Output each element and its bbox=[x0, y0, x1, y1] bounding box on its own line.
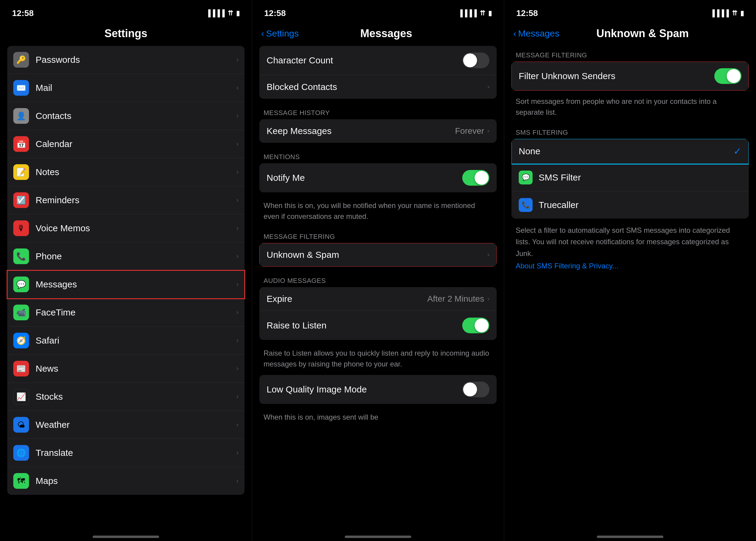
label-messages: Messages bbox=[36, 279, 237, 289]
expire-row[interactable]: Expire After 2 Minutes › bbox=[259, 287, 497, 311]
sms-option-truecaller[interactable]: 📞 Truecaller bbox=[511, 192, 749, 219]
msg-group-top: Character Count Blocked Contacts › bbox=[259, 46, 497, 99]
label-contacts: Contacts bbox=[36, 111, 237, 121]
time-3: 12:58 bbox=[516, 8, 538, 18]
label-facetime: FaceTime bbox=[36, 307, 237, 317]
settings-item-contacts[interactable]: 👤 Contacts › bbox=[7, 102, 245, 130]
settings-item-news[interactable]: 📰 News › bbox=[7, 355, 245, 383]
settings-item-passwords[interactable]: 🔑 Passwords › bbox=[7, 46, 245, 74]
sms-filtering-desc: Select a filter to automatically sort SM… bbox=[511, 221, 749, 262]
settings-title: Settings bbox=[0, 24, 252, 46]
chevron-mail: › bbox=[237, 84, 239, 92]
filter-unknown-desc: Sort messages from people who are not in… bbox=[511, 93, 749, 123]
settings-item-facetime[interactable]: 📹 FaceTime › bbox=[7, 298, 245, 327]
icon-news: 📰 bbox=[13, 361, 29, 376]
settings-list: 🔑 Passwords › ✉️ Mail › 👤 Contacts › 📅 C… bbox=[0, 46, 252, 529]
sms-option-group: None ✓ 💬 SMS Filter 📞 Truecaller bbox=[511, 139, 749, 219]
settings-item-messages[interactable]: 💬 Messages › bbox=[7, 270, 245, 298]
msg-group-mentions: Notify Me bbox=[259, 163, 497, 192]
notify-me-row[interactable]: Notify Me bbox=[259, 163, 497, 192]
keep-messages-value: Forever bbox=[455, 126, 484, 136]
settings-item-calendar[interactable]: 📅 Calendar › bbox=[7, 130, 245, 158]
chevron-stocks: › bbox=[237, 393, 239, 401]
chevron-reminders: › bbox=[237, 196, 239, 204]
home-bar-3 bbox=[597, 536, 663, 538]
expire-label: Expire bbox=[267, 294, 427, 304]
settings-item-mail[interactable]: ✉️ Mail › bbox=[7, 74, 245, 102]
unknown-spam-header: ‹ Messages Unknown & Spam bbox=[504, 24, 756, 46]
battery-icon: ▮ bbox=[236, 9, 240, 17]
signal-icon-3: ▐▐▐▐ bbox=[710, 9, 729, 17]
unknown-spam-title: Unknown & Spam bbox=[596, 27, 689, 40]
messages-title: Messages bbox=[302, 27, 471, 40]
label-phone: Phone bbox=[36, 251, 237, 262]
signal-icon: ▐▐▐▐ bbox=[206, 9, 225, 17]
settings-panel: 12:58 ▐▐▐▐ ⇈ ▮ Settings 🔑 Passwords › ✉️… bbox=[0, 0, 252, 541]
filter-unknown-toggle[interactable] bbox=[714, 68, 742, 84]
sms-filter-label: SMS Filter bbox=[539, 172, 742, 183]
home-indicator-1 bbox=[0, 529, 252, 541]
mentions-description: When this is on, you will be notified wh… bbox=[259, 197, 497, 227]
wifi-icon: ⇈ bbox=[228, 9, 233, 17]
keep-messages-row[interactable]: Keep Messages Forever › bbox=[259, 119, 497, 143]
filter-unknown-row[interactable]: Filter Unknown Senders bbox=[511, 62, 749, 91]
settings-item-stocks[interactable]: 📈 Stocks › bbox=[7, 383, 245, 411]
icon-maps: 🗺 bbox=[13, 473, 29, 489]
settings-item-maps[interactable]: 🗺 Maps › bbox=[7, 467, 245, 495]
time-1: 12:58 bbox=[12, 8, 34, 18]
unknown-spam-row[interactable]: Unknown & Spam › bbox=[259, 243, 497, 267]
settings-item-notes[interactable]: 📝 Notes › bbox=[7, 158, 245, 186]
low-quality-image-label: Low Quality Image Mode bbox=[267, 384, 462, 394]
back-chevron: ‹ bbox=[261, 28, 264, 39]
status-icons-2: ▐▐▐▐ ⇈ ▮ bbox=[458, 9, 492, 17]
sms-none-label: None bbox=[519, 146, 733, 156]
character-count-toggle[interactable] bbox=[462, 53, 489, 68]
low-quality-toggle[interactable] bbox=[462, 382, 489, 397]
sms-filtering-link[interactable]: About SMS Filtering & Privacy... bbox=[511, 262, 749, 275]
back-to-messages[interactable]: ‹ Messages bbox=[513, 28, 559, 39]
status-bar-3: 12:58 ▐▐▐▐ ⇈ ▮ bbox=[504, 0, 756, 24]
raise-to-listen-toggle[interactable] bbox=[462, 317, 489, 333]
notify-me-label: Notify Me bbox=[267, 173, 462, 183]
label-notes: Notes bbox=[36, 167, 237, 177]
character-count-row[interactable]: Character Count bbox=[259, 46, 497, 75]
message-history-header: MESSAGE HISTORY bbox=[259, 104, 497, 119]
settings-item-weather[interactable]: 🌤 Weather › bbox=[7, 411, 245, 439]
low-quality-image-row[interactable]: Low Quality Image Mode bbox=[259, 375, 497, 404]
icon-stocks: 📈 bbox=[13, 389, 29, 404]
chevron-safari: › bbox=[237, 336, 239, 344]
sms-option-none[interactable]: None ✓ bbox=[511, 139, 749, 164]
label-news: News bbox=[36, 363, 237, 374]
icon-reminders: ☑️ bbox=[13, 192, 29, 208]
settings-item-voicememos[interactable]: 🎙 Voice Memos › bbox=[7, 214, 245, 243]
settings-item-phone[interactable]: 📞 Phone › bbox=[7, 243, 245, 270]
settings-item-translate[interactable]: 🌐 Translate › bbox=[7, 439, 245, 467]
raise-to-listen-label: Raise to Listen bbox=[267, 320, 462, 330]
toggle-knob-rtl bbox=[474, 318, 488, 332]
blocked-contacts-row[interactable]: Blocked Contacts › bbox=[259, 75, 497, 99]
settings-item-reminders[interactable]: ☑️ Reminders › bbox=[7, 186, 245, 214]
icon-passwords: 🔑 bbox=[13, 52, 29, 68]
label-mail: Mail bbox=[36, 83, 237, 93]
settings-items: 🔑 Passwords › ✉️ Mail › 👤 Contacts › 📅 C… bbox=[7, 46, 245, 495]
p3-msg-filtering-header: MESSAGE FILTERING bbox=[511, 46, 749, 62]
lqim-description: When this is on, images sent will be bbox=[259, 409, 497, 428]
home-bar-2 bbox=[345, 536, 411, 538]
status-icons-3: ▐▐▐▐ ⇈ ▮ bbox=[710, 9, 744, 17]
icon-weather: 🌤 bbox=[13, 417, 29, 433]
label-maps: Maps bbox=[36, 476, 237, 486]
sms-option-smsfilter[interactable]: 💬 SMS Filter bbox=[511, 164, 749, 192]
battery-icon-2: ▮ bbox=[488, 9, 492, 17]
icon-voicememos: 🎙 bbox=[13, 221, 29, 236]
toggle-knob-nm bbox=[474, 171, 488, 185]
notify-me-toggle[interactable] bbox=[462, 170, 489, 186]
keep-messages-label: Keep Messages bbox=[267, 126, 455, 136]
home-indicator-3 bbox=[504, 529, 756, 541]
settings-item-safari[interactable]: 🧭 Safari › bbox=[7, 327, 245, 355]
back-to-settings[interactable]: ‹ Settings bbox=[261, 28, 299, 39]
chevron-calendar: › bbox=[237, 140, 239, 148]
chevron-contacts: › bbox=[237, 112, 239, 120]
chevron-notes: › bbox=[237, 168, 239, 176]
chevron-messages: › bbox=[237, 280, 239, 288]
raise-to-listen-row[interactable]: Raise to Listen bbox=[259, 311, 497, 340]
